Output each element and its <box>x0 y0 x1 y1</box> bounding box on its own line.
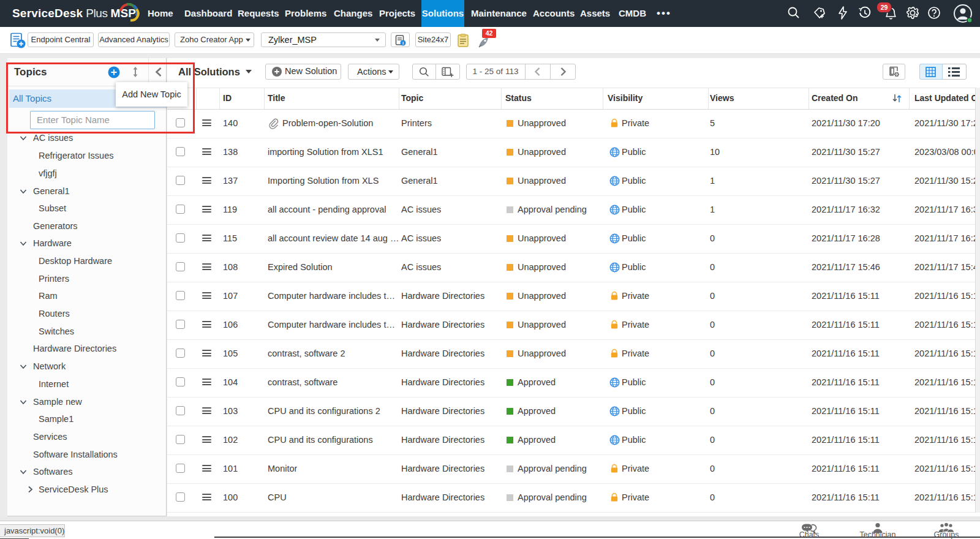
svg-text:i: i <box>402 40 404 46</box>
